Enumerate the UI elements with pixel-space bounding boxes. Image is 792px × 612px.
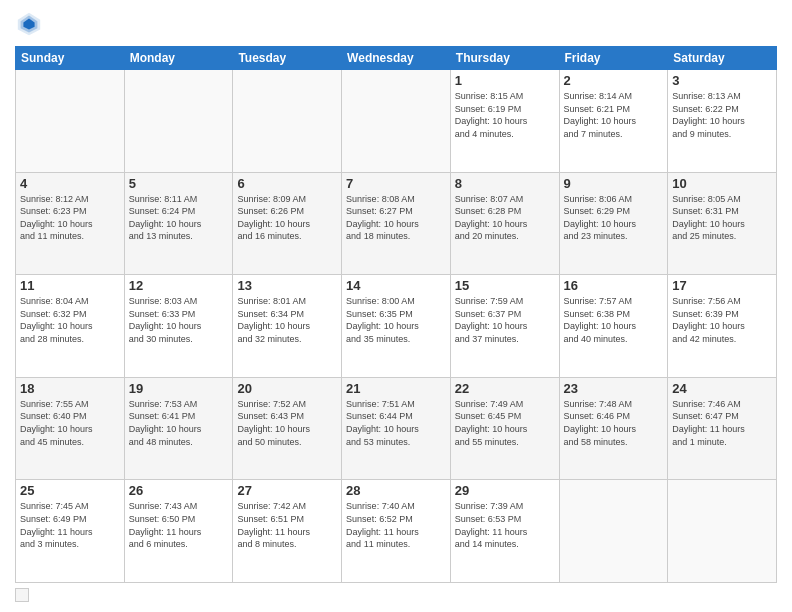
calendar-cell: 20Sunrise: 7:52 AM Sunset: 6:43 PM Dayli… <box>233 377 342 480</box>
day-number: 5 <box>129 176 229 191</box>
day-header-tuesday: Tuesday <box>233 47 342 70</box>
day-info: Sunrise: 7:48 AM Sunset: 6:46 PM Dayligh… <box>564 398 664 448</box>
logo-icon <box>15 10 43 38</box>
day-info: Sunrise: 7:42 AM Sunset: 6:51 PM Dayligh… <box>237 500 337 550</box>
day-info: Sunrise: 8:09 AM Sunset: 6:26 PM Dayligh… <box>237 193 337 243</box>
calendar-table: SundayMondayTuesdayWednesdayThursdayFrid… <box>15 46 777 583</box>
day-number: 16 <box>564 278 664 293</box>
calendar-cell: 15Sunrise: 7:59 AM Sunset: 6:37 PM Dayli… <box>450 275 559 378</box>
day-info: Sunrise: 8:06 AM Sunset: 6:29 PM Dayligh… <box>564 193 664 243</box>
day-info: Sunrise: 7:45 AM Sunset: 6:49 PM Dayligh… <box>20 500 120 550</box>
day-info: Sunrise: 8:11 AM Sunset: 6:24 PM Dayligh… <box>129 193 229 243</box>
calendar-cell <box>124 70 233 173</box>
day-header-wednesday: Wednesday <box>342 47 451 70</box>
legend-box <box>15 588 29 602</box>
calendar-cell: 22Sunrise: 7:49 AM Sunset: 6:45 PM Dayli… <box>450 377 559 480</box>
day-info: Sunrise: 8:08 AM Sunset: 6:27 PM Dayligh… <box>346 193 446 243</box>
day-info: Sunrise: 8:15 AM Sunset: 6:19 PM Dayligh… <box>455 90 555 140</box>
day-number: 23 <box>564 381 664 396</box>
day-number: 20 <box>237 381 337 396</box>
day-number: 13 <box>237 278 337 293</box>
day-number: 17 <box>672 278 772 293</box>
calendar-cell: 6Sunrise: 8:09 AM Sunset: 6:26 PM Daylig… <box>233 172 342 275</box>
day-header-sunday: Sunday <box>16 47 125 70</box>
day-info: Sunrise: 7:40 AM Sunset: 6:52 PM Dayligh… <box>346 500 446 550</box>
day-info: Sunrise: 7:55 AM Sunset: 6:40 PM Dayligh… <box>20 398 120 448</box>
day-number: 6 <box>237 176 337 191</box>
calendar-cell <box>668 480 777 583</box>
day-info: Sunrise: 7:52 AM Sunset: 6:43 PM Dayligh… <box>237 398 337 448</box>
calendar-week-row: 4Sunrise: 8:12 AM Sunset: 6:23 PM Daylig… <box>16 172 777 275</box>
day-number: 28 <box>346 483 446 498</box>
day-number: 22 <box>455 381 555 396</box>
calendar-cell: 3Sunrise: 8:13 AM Sunset: 6:22 PM Daylig… <box>668 70 777 173</box>
day-number: 4 <box>20 176 120 191</box>
calendar-cell: 10Sunrise: 8:05 AM Sunset: 6:31 PM Dayli… <box>668 172 777 275</box>
calendar-week-row: 11Sunrise: 8:04 AM Sunset: 6:32 PM Dayli… <box>16 275 777 378</box>
day-info: Sunrise: 8:07 AM Sunset: 6:28 PM Dayligh… <box>455 193 555 243</box>
calendar-cell: 27Sunrise: 7:42 AM Sunset: 6:51 PM Dayli… <box>233 480 342 583</box>
logo <box>15 10 47 38</box>
calendar-cell: 26Sunrise: 7:43 AM Sunset: 6:50 PM Dayli… <box>124 480 233 583</box>
calendar-cell <box>342 70 451 173</box>
calendar-cell: 17Sunrise: 7:56 AM Sunset: 6:39 PM Dayli… <box>668 275 777 378</box>
calendar-cell: 13Sunrise: 8:01 AM Sunset: 6:34 PM Dayli… <box>233 275 342 378</box>
calendar-cell <box>16 70 125 173</box>
day-number: 8 <box>455 176 555 191</box>
day-info: Sunrise: 8:03 AM Sunset: 6:33 PM Dayligh… <box>129 295 229 345</box>
day-info: Sunrise: 7:59 AM Sunset: 6:37 PM Dayligh… <box>455 295 555 345</box>
day-info: Sunrise: 7:43 AM Sunset: 6:50 PM Dayligh… <box>129 500 229 550</box>
calendar-cell: 9Sunrise: 8:06 AM Sunset: 6:29 PM Daylig… <box>559 172 668 275</box>
day-number: 26 <box>129 483 229 498</box>
legend <box>15 588 777 602</box>
day-number: 18 <box>20 381 120 396</box>
day-number: 21 <box>346 381 446 396</box>
day-info: Sunrise: 7:56 AM Sunset: 6:39 PM Dayligh… <box>672 295 772 345</box>
day-number: 7 <box>346 176 446 191</box>
day-number: 24 <box>672 381 772 396</box>
calendar-cell: 8Sunrise: 8:07 AM Sunset: 6:28 PM Daylig… <box>450 172 559 275</box>
day-info: Sunrise: 8:04 AM Sunset: 6:32 PM Dayligh… <box>20 295 120 345</box>
calendar-cell <box>233 70 342 173</box>
day-info: Sunrise: 8:01 AM Sunset: 6:34 PM Dayligh… <box>237 295 337 345</box>
calendar-cell: 28Sunrise: 7:40 AM Sunset: 6:52 PM Dayli… <box>342 480 451 583</box>
calendar-cell: 2Sunrise: 8:14 AM Sunset: 6:21 PM Daylig… <box>559 70 668 173</box>
day-number: 15 <box>455 278 555 293</box>
calendar-cell: 7Sunrise: 8:08 AM Sunset: 6:27 PM Daylig… <box>342 172 451 275</box>
day-header-monday: Monday <box>124 47 233 70</box>
day-number: 11 <box>20 278 120 293</box>
calendar-cell: 1Sunrise: 8:15 AM Sunset: 6:19 PM Daylig… <box>450 70 559 173</box>
calendar-cell <box>559 480 668 583</box>
day-number: 27 <box>237 483 337 498</box>
day-number: 12 <box>129 278 229 293</box>
day-info: Sunrise: 8:05 AM Sunset: 6:31 PM Dayligh… <box>672 193 772 243</box>
header <box>15 10 777 38</box>
day-info: Sunrise: 7:53 AM Sunset: 6:41 PM Dayligh… <box>129 398 229 448</box>
day-number: 1 <box>455 73 555 88</box>
day-info: Sunrise: 7:57 AM Sunset: 6:38 PM Dayligh… <box>564 295 664 345</box>
day-number: 3 <box>672 73 772 88</box>
day-header-saturday: Saturday <box>668 47 777 70</box>
day-info: Sunrise: 8:13 AM Sunset: 6:22 PM Dayligh… <box>672 90 772 140</box>
calendar-cell: 29Sunrise: 7:39 AM Sunset: 6:53 PM Dayli… <box>450 480 559 583</box>
calendar-cell: 4Sunrise: 8:12 AM Sunset: 6:23 PM Daylig… <box>16 172 125 275</box>
page: SundayMondayTuesdayWednesdayThursdayFrid… <box>0 0 792 612</box>
day-number: 9 <box>564 176 664 191</box>
calendar-cell: 19Sunrise: 7:53 AM Sunset: 6:41 PM Dayli… <box>124 377 233 480</box>
calendar-cell: 12Sunrise: 8:03 AM Sunset: 6:33 PM Dayli… <box>124 275 233 378</box>
calendar-header-row: SundayMondayTuesdayWednesdayThursdayFrid… <box>16 47 777 70</box>
calendar-cell: 23Sunrise: 7:48 AM Sunset: 6:46 PM Dayli… <box>559 377 668 480</box>
day-number: 29 <box>455 483 555 498</box>
calendar-cell: 16Sunrise: 7:57 AM Sunset: 6:38 PM Dayli… <box>559 275 668 378</box>
day-number: 14 <box>346 278 446 293</box>
calendar-week-row: 1Sunrise: 8:15 AM Sunset: 6:19 PM Daylig… <box>16 70 777 173</box>
day-info: Sunrise: 8:14 AM Sunset: 6:21 PM Dayligh… <box>564 90 664 140</box>
day-number: 10 <box>672 176 772 191</box>
calendar-cell: 24Sunrise: 7:46 AM Sunset: 6:47 PM Dayli… <box>668 377 777 480</box>
day-info: Sunrise: 7:39 AM Sunset: 6:53 PM Dayligh… <box>455 500 555 550</box>
day-info: Sunrise: 8:00 AM Sunset: 6:35 PM Dayligh… <box>346 295 446 345</box>
day-header-thursday: Thursday <box>450 47 559 70</box>
calendar-cell: 18Sunrise: 7:55 AM Sunset: 6:40 PM Dayli… <box>16 377 125 480</box>
calendar-week-row: 25Sunrise: 7:45 AM Sunset: 6:49 PM Dayli… <box>16 480 777 583</box>
calendar-cell: 21Sunrise: 7:51 AM Sunset: 6:44 PM Dayli… <box>342 377 451 480</box>
